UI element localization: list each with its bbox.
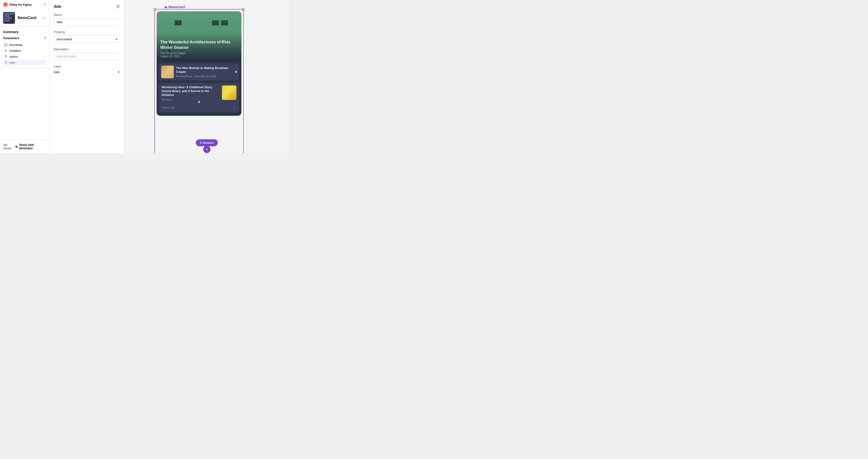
thumb-bar-2 xyxy=(4,15,10,17)
share-icon: ⇲ xyxy=(15,145,18,148)
thumb-bar-1 xyxy=(4,13,14,15)
thumb-bar-4 xyxy=(4,20,10,22)
name-field-row: Name xyxy=(54,13,120,26)
parameters-header: Parameters + xyxy=(3,36,46,40)
field-header: date 🗑 xyxy=(54,4,120,8)
second-article: The New Method to Making Breakfast Crepe… xyxy=(159,63,239,81)
param-author[interactable]: T author xyxy=(3,54,46,59)
param-date[interactable]: T date xyxy=(3,59,46,65)
top-article-date: August 25, 2021 xyxy=(160,55,238,58)
property-select[interactable]: text-content font-size visibility src xyxy=(54,35,120,43)
summary-title: Summary xyxy=(3,30,46,34)
no-errors-status: No errors xyxy=(4,143,15,150)
param-headline-label: headline xyxy=(9,49,21,53)
parameters-label: Parameters xyxy=(3,36,19,40)
property-label: Property xyxy=(54,30,120,34)
thumb-bar-3 xyxy=(4,18,12,19)
param-headline[interactable]: T headline xyxy=(3,48,46,54)
time-ago: 4 hours ago xyxy=(162,106,175,109)
target-icon[interactable]: ⊕ xyxy=(117,70,120,74)
newscard-component: The Wonderful Architectures of This Wint… xyxy=(157,11,241,116)
param-thumbnail[interactable]: ⊞ thumbnail xyxy=(3,42,46,48)
layer-value: date xyxy=(54,70,59,74)
newscard-canvas-label: ◆ NewsCard xyxy=(164,5,185,9)
second-article-meta: Morning Break November 10, 2021 xyxy=(176,75,233,78)
more-options-button[interactable]: ⋮ xyxy=(233,105,237,110)
top-article-headline: The Wonderful Architectures of This Wint… xyxy=(160,39,238,50)
text-icon-author: T xyxy=(4,55,8,58)
top-article-overlay: The Wonderful Architectures of This Wint… xyxy=(157,33,241,61)
third-article: Wondering Hour: A Childhood Story, Grizz… xyxy=(159,83,239,113)
handle-top-left xyxy=(154,8,156,11)
component-header: NewsCard ⋯ xyxy=(0,9,50,27)
description-field-row: Description xyxy=(54,48,120,60)
handle-top-right xyxy=(242,8,244,11)
left-panel: Relay for Figma × NewsCard ⋯ Summary Par… xyxy=(0,0,50,153)
bottom-bar: No errors ⇲ Share with developer xyxy=(0,140,50,153)
description-label: Description xyxy=(54,48,120,51)
second-article-text: The New Method to Making Breakfast Crepe… xyxy=(176,66,233,78)
name-label: Name xyxy=(54,13,120,17)
property-select-wrapper: text-content font-size visibility src ▼ xyxy=(54,35,120,43)
more-button[interactable]: ⋯ xyxy=(42,16,46,20)
middle-panel: date 🗑 Name Property text-content font-s… xyxy=(50,0,124,153)
second-article-thumb xyxy=(161,66,174,78)
top-article-source: The Seasonal Sagas xyxy=(160,52,238,55)
food-image xyxy=(161,66,174,78)
name-input[interactable] xyxy=(54,18,120,26)
add-variant-button[interactable]: + xyxy=(203,146,211,153)
newscard-label-text: NewsCard xyxy=(168,5,185,9)
component-name: NewsCard xyxy=(18,16,39,20)
third-article-footer: 4 hours ago ⋮ xyxy=(162,105,237,110)
interactive-dot-third xyxy=(198,101,200,103)
description-input[interactable] xyxy=(54,53,120,60)
second-article-headline: The New Method to Making Breakfast Crepe… xyxy=(176,66,233,74)
field-name-title: date xyxy=(54,4,61,8)
second-article-source: Morning Break xyxy=(176,75,192,78)
delete-button[interactable]: 🗑 xyxy=(116,4,120,8)
image-icon: ⊞ xyxy=(4,43,8,47)
panel-header: Relay for Figma × xyxy=(0,0,50,9)
third-article-source: The Bees xyxy=(162,98,220,101)
layer-field-row: Layer date ⊕ xyxy=(54,65,120,74)
window-2 xyxy=(221,20,228,25)
second-article-date: November 10, 2021 xyxy=(194,75,216,78)
text-icon-headline: T xyxy=(4,49,8,53)
property-field-row: Property text-content font-size visibili… xyxy=(54,30,120,43)
window-1 xyxy=(175,20,182,25)
component-thumbnail xyxy=(3,12,15,24)
window-3 xyxy=(212,20,219,25)
app-title: Relay for Figma xyxy=(9,3,42,6)
share-label: Share with developer xyxy=(19,143,46,150)
text-icon-date: T xyxy=(4,61,8,64)
variants-button[interactable]: 3 Variants xyxy=(196,139,218,146)
top-article: The Wonderful Architectures of This Wint… xyxy=(157,11,241,61)
third-article-row: Wondering Hour: A Childhood Story, Grizz… xyxy=(162,86,237,101)
third-article-thumb xyxy=(222,86,237,100)
share-with-developer-button[interactable]: ⇲ Share with developer xyxy=(15,143,46,150)
param-thumbnail-label: thumbnail xyxy=(9,43,22,47)
param-date-label: date xyxy=(9,61,15,64)
param-author-label: author xyxy=(9,55,18,58)
layer-row: date ⊕ xyxy=(54,70,120,74)
add-parameter-button[interactable]: + xyxy=(44,36,46,40)
layer-label: Layer xyxy=(54,65,120,68)
interactive-dot-second xyxy=(235,71,237,73)
diamond-icon: ◆ xyxy=(164,5,167,9)
close-button[interactable]: × xyxy=(44,3,46,6)
relay-logo-icon xyxy=(3,2,8,7)
third-article-text: Wondering Hour: A Childhood Story, Grizz… xyxy=(162,86,220,101)
interactive-dot-top xyxy=(221,41,223,43)
summary-section: Summary Parameters + ⊞ thumbnail T headl… xyxy=(0,27,50,67)
canvas-area: ◆ NewsCard The Wonderful Architectures o… xyxy=(124,0,289,153)
third-article-headline: Wondering Hour: A Childhood Story, Grizz… xyxy=(162,86,220,97)
